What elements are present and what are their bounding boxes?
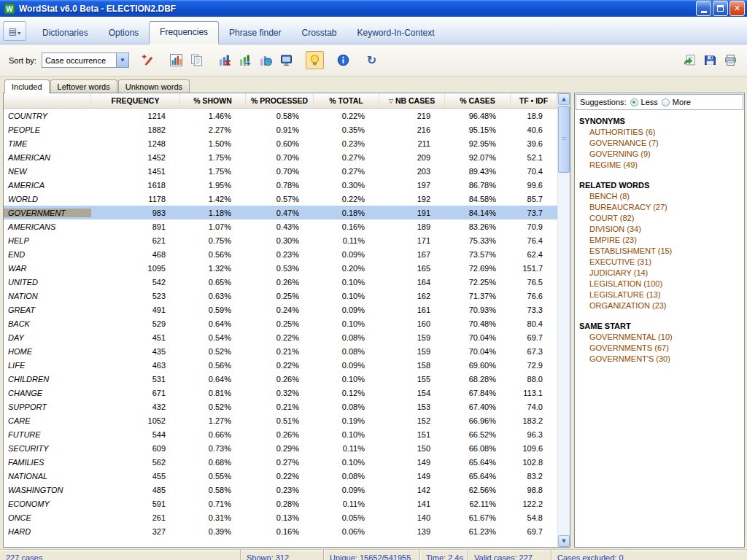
- table-row[interactable]: CARE 1052 1.27% 0.51% 0.19% 152 66.96% 1…: [4, 413, 557, 427]
- table-row[interactable]: WORLD 1178 1.42% 0.57% 0.22% 192 84.58% …: [4, 192, 557, 206]
- add-word-button[interactable]: [139, 51, 157, 69]
- table-row[interactable]: FUTURE 544 0.66% 0.26% 0.10% 151 66.52% …: [4, 427, 557, 441]
- suggestion-item[interactable]: DIVISION (34): [579, 224, 741, 235]
- suggestion-item[interactable]: REGIME (49): [579, 160, 741, 171]
- report-button[interactable]: [187, 51, 206, 69]
- suggestion-item[interactable]: ORGANIZATION (23): [579, 300, 741, 311]
- suggestion-item[interactable]: JUDICIARY (14): [579, 268, 741, 279]
- word-list-tab[interactable]: Leftover words: [50, 79, 117, 93]
- suggestions-less-radio[interactable]: Less: [630, 98, 658, 106]
- suggestion-item[interactable]: GOVERNING (9): [579, 149, 741, 160]
- suggestions-more-radio[interactable]: More: [662, 98, 691, 106]
- suggestion-item[interactable]: ESTABLISHMENT (15): [579, 246, 741, 257]
- table-row[interactable]: LIFE 463 0.56% 0.22% 0.09% 158 69.60% 72…: [4, 358, 557, 372]
- info-button[interactable]: [334, 51, 352, 69]
- table-row[interactable]: WASHINGTON 485 0.58% 0.23% 0.09% 142 62.…: [4, 483, 557, 497]
- vertical-scrollbar[interactable]: ▲ ▼: [557, 93, 570, 547]
- main-tab[interactable]: Options: [98, 23, 149, 44]
- suggestion-item[interactable]: EMPIRE (23): [579, 235, 741, 246]
- suggestion-item[interactable]: GOVERNANCE (7): [579, 138, 741, 149]
- nb-cases-cell: 153: [379, 402, 445, 411]
- minimize-button[interactable]: [696, 1, 711, 16]
- scroll-up-button[interactable]: ▲: [558, 93, 570, 105]
- menu-button[interactable]: ▤ ▾: [3, 21, 26, 41]
- suggestion-item[interactable]: GOVERNMENTS (67): [579, 343, 741, 354]
- table-row[interactable]: HELP 621 0.75% 0.30% 0.11% 171 75.33% 76…: [4, 233, 557, 247]
- main-tab[interactable]: Keyword-In-Context: [347, 23, 445, 44]
- word-list-tab[interactable]: Included: [4, 79, 50, 93]
- table-row[interactable]: TIME 1248 1.50% 0.60% 0.23% 211 92.95% 3…: [4, 136, 557, 150]
- column-header-tf-idf[interactable]: TF • IDF: [511, 93, 557, 108]
- column-header-word[interactable]: [4, 93, 91, 108]
- suggestion-item[interactable]: GOVERNMENT'S (30): [579, 354, 741, 365]
- table-row[interactable]: FAMILIES 562 0.68% 0.27% 0.10% 149 65.64…: [4, 455, 557, 469]
- suggestion-item[interactable]: BUREAUCRACY (27): [579, 202, 741, 213]
- table-row[interactable]: SECURITY 609 0.73% 0.29% 0.11% 150 66.08…: [4, 441, 557, 455]
- cases-cell: 66.96%: [445, 416, 511, 425]
- print-button[interactable]: [721, 51, 740, 69]
- sort-by-select[interactable]: Case occurrence ▼: [42, 52, 129, 68]
- table-row[interactable]: GREAT 491 0.59% 0.24% 0.09% 161 70.93% 7…: [4, 303, 557, 316]
- processed-cell: 0.16%: [246, 527, 314, 536]
- table-row[interactable]: ECONOMY 591 0.71% 0.28% 0.11% 141 62.11%…: [4, 497, 557, 510]
- table-row[interactable]: BACK 529 0.64% 0.25% 0.10% 160 70.48% 80…: [4, 316, 557, 330]
- suggestion-item[interactable]: EXECUTIVE (31): [579, 257, 741, 268]
- save-button[interactable]: [701, 51, 719, 69]
- table-row[interactable]: ONCE 261 0.31% 0.13% 0.05% 140 61.67% 54…: [4, 510, 557, 524]
- suggestions-toggle-button[interactable]: [306, 51, 324, 69]
- table-row[interactable]: SUPPORT 432 0.52% 0.21% 0.08% 153 67.40%…: [4, 400, 557, 413]
- suggestion-item[interactable]: GOVERNMENTAL (10): [579, 332, 741, 343]
- main-tab[interactable]: Frequencies: [149, 21, 219, 44]
- table-row[interactable]: GOVERNMENT 983 1.18% 0.47% 0.18% 191 84.…: [4, 206, 557, 219]
- main-tab[interactable]: Phrase finder: [219, 23, 291, 44]
- combo-dropdown-button[interactable]: ▼: [116, 53, 128, 67]
- table-row[interactable]: AMERICANS 891 1.07% 0.43% 0.16% 189 83.2…: [4, 219, 557, 233]
- table-row[interactable]: AMERICAN 1452 1.75% 0.70% 0.27% 209 92.0…: [4, 150, 557, 164]
- suggestion-item[interactable]: COURT (82): [579, 213, 741, 224]
- table-row[interactable]: HOME 435 0.52% 0.21% 0.08% 159 70.04% 67…: [4, 344, 557, 358]
- frequency-cell: 435: [91, 347, 180, 356]
- table-row[interactable]: AMERICA 1618 1.95% 0.78% 0.30% 197 86.78…: [4, 178, 557, 192]
- frequency-grid-button[interactable]: [167, 51, 185, 69]
- suggestion-item[interactable]: AUTHORITIES (6): [579, 127, 741, 138]
- table-row[interactable]: NEW 1451 1.75% 0.70% 0.27% 203 89.43% 70…: [4, 164, 557, 178]
- column-header-shown[interactable]: % SHOWN: [180, 93, 246, 108]
- processed-cell: 0.26%: [246, 375, 314, 384]
- table-row[interactable]: UNITED 542 0.65% 0.26% 0.10% 164 72.25% …: [4, 275, 557, 289]
- table-row[interactable]: CHANGE 671 0.81% 0.32% 0.12% 154 67.84% …: [4, 386, 557, 400]
- column-header-frequency[interactable]: FREQUENCY: [91, 93, 180, 108]
- refresh-button[interactable]: ↻: [363, 51, 381, 69]
- table-row[interactable]: CHILDREN 531 0.64% 0.26% 0.10% 155 68.28…: [4, 372, 557, 386]
- table-row[interactable]: COUNTRY 1214 1.46% 0.58% 0.22% 219 96.48…: [4, 109, 557, 122]
- table-row[interactable]: NATIONAL 455 0.55% 0.22% 0.08% 149 65.64…: [4, 469, 557, 483]
- import-button[interactable]: [681, 51, 699, 69]
- column-header-total[interactable]: % TOTAL: [314, 93, 379, 108]
- table-row[interactable]: END 468 0.56% 0.23% 0.09% 167 73.57% 62.…: [4, 247, 557, 261]
- main-tab-strip: ▤ ▾ Dictionaries Options Frequencies Phr…: [0, 17, 747, 44]
- column-header-nb-cases[interactable]: ▽NB CASES: [379, 93, 445, 108]
- column-header-processed[interactable]: % PROCESSED: [246, 93, 314, 108]
- nb-cases-cell: 150: [379, 444, 445, 453]
- main-tab[interactable]: Dictionaries: [32, 23, 98, 44]
- table-row[interactable]: NATION 523 0.63% 0.25% 0.10% 162 71.37% …: [4, 289, 557, 303]
- processed-cell: 0.25%: [246, 292, 314, 300]
- suggestion-item[interactable]: LEGISLATURE (13): [579, 289, 741, 300]
- table-row[interactable]: WAR 1095 1.32% 0.53% 0.20% 165 72.69% 15…: [4, 261, 557, 275]
- scroll-down-button[interactable]: ▼: [558, 535, 570, 547]
- table-row[interactable]: HARD 327 0.39% 0.16% 0.06% 139 61.23% 69…: [4, 524, 557, 538]
- suggestion-item[interactable]: LEGISLATION (100): [579, 279, 741, 289]
- chart-remove-button[interactable]: [216, 51, 234, 69]
- column-header-cases[interactable]: % CASES: [445, 93, 511, 108]
- table-row[interactable]: DAY 451 0.54% 0.22% 0.08% 159 70.04% 69.…: [4, 330, 557, 344]
- word-list-tab[interactable]: Unknown words: [118, 79, 190, 93]
- chart-export-button[interactable]: [236, 51, 255, 69]
- chart-image-button[interactable]: [257, 51, 275, 69]
- shown-cell: 0.52%: [180, 347, 246, 356]
- maximize-button[interactable]: [713, 1, 728, 16]
- scrollbar-thumb[interactable]: [558, 106, 570, 173]
- main-tab[interactable]: Crosstab: [291, 23, 347, 44]
- suggestion-item[interactable]: BENCH (8): [579, 191, 741, 202]
- close-button[interactable]: ✕: [729, 1, 745, 16]
- display-button[interactable]: [277, 51, 295, 69]
- table-row[interactable]: PEOPLE 1882 2.27% 0.91% 0.35% 216 95.15%…: [4, 122, 557, 136]
